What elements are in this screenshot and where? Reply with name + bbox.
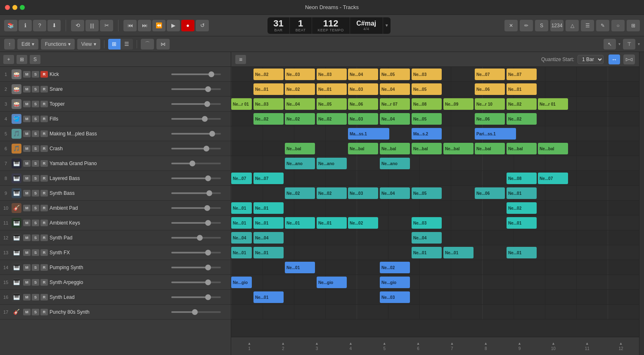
solo-btn[interactable]: S: [32, 220, 39, 226]
s-btn[interactable]: S: [535, 20, 548, 31]
scroll-up-arrow[interactable]: ▲: [518, 341, 521, 346]
clip[interactable]: Ma...s.2: [412, 128, 442, 140]
clip[interactable]: Ne...07: [538, 173, 568, 184]
clip[interactable]: Ne...05: [317, 98, 347, 110]
clip[interactable]: Ne...07: [231, 173, 252, 184]
clip[interactable]: Ne...bal: [348, 143, 378, 154]
track-volume[interactable]: [171, 73, 229, 75]
mute-btn[interactable]: M: [23, 175, 31, 182]
record-arm-btn[interactable]: R: [40, 145, 48, 152]
solo-btn[interactable]: S: [32, 175, 39, 182]
clip[interactable]: Ne...02: [507, 202, 537, 214]
view-menu[interactable]: View ▾: [77, 39, 100, 50]
clip[interactable]: Ma...ss.1: [348, 128, 389, 140]
grid-view-btn[interactable]: ⊞: [108, 39, 121, 50]
track-volume[interactable]: [171, 192, 229, 194]
record-arm-btn[interactable]: R: [40, 190, 48, 196]
mute-btn[interactable]: M: [23, 160, 31, 167]
fast-forward-btn[interactable]: ⏭: [138, 20, 151, 31]
clip[interactable]: Ne...bal: [443, 143, 474, 154]
list-btn[interactable]: ☰: [581, 20, 594, 31]
solo-btn[interactable]: S: [32, 130, 39, 137]
clip[interactable]: Ne...08: [412, 98, 442, 110]
track-volume[interactable]: [171, 282, 229, 283]
volume-knob[interactable]: [204, 101, 210, 107]
key-display[interactable]: C#maj 4/4: [350, 17, 383, 34]
volume-slider-track[interactable]: [171, 252, 221, 253]
track-volume[interactable]: [171, 222, 229, 224]
scroll-up-arrow[interactable]: ▲: [417, 341, 420, 346]
volume-slider-track[interactable]: [171, 163, 221, 164]
record-arm-btn[interactable]: R: [40, 264, 48, 271]
scroll-up-arrow[interactable]: ▲: [552, 341, 555, 346]
clip[interactable]: Ne...01: [507, 217, 537, 229]
editor-btn[interactable]: ✎: [596, 20, 609, 31]
track-volume[interactable]: [171, 88, 229, 90]
volume-knob[interactable]: [202, 116, 208, 122]
volume-knob[interactable]: [205, 86, 211, 92]
volume-slider-track[interactable]: [171, 282, 221, 283]
expand-btn[interactable]: ▷◁: [623, 54, 635, 64]
clip[interactable]: Ne...02: [253, 69, 284, 80]
clip[interactable]: Ne...01: [443, 247, 474, 258]
scroll-up-arrow[interactable]: ▲: [383, 341, 386, 346]
clip[interactable]: Ne...bal: [507, 143, 537, 154]
add-inst-btn[interactable]: ⊞: [17, 55, 27, 64]
volume-knob[interactable]: [206, 190, 212, 196]
clip[interactable]: Ne...r 07: [380, 98, 410, 110]
clip[interactable]: Pari...ss.1: [475, 128, 516, 140]
clip[interactable]: Ne...03: [412, 69, 442, 80]
clip[interactable]: Ne...03: [253, 98, 284, 110]
clip[interactable]: Ne...02: [380, 262, 410, 273]
clip[interactable]: Ne...02: [317, 113, 347, 125]
clip[interactable]: Ne...01: [253, 247, 284, 258]
volume-slider-track[interactable]: [171, 118, 221, 120]
library-btn[interactable]: 📚: [4, 20, 17, 31]
play-btn[interactable]: ▶: [167, 20, 180, 31]
settings-btn[interactable]: S: [30, 55, 40, 64]
volume-knob[interactable]: [205, 279, 211, 285]
mute-btn[interactable]: M: [23, 279, 31, 286]
clip[interactable]: Ne...01: [231, 202, 252, 214]
track-volume[interactable]: [171, 163, 229, 164]
bounce-btn[interactable]: ⬇: [47, 20, 61, 31]
clip[interactable]: Ne...01: [285, 262, 315, 273]
clip[interactable]: Ne...ano: [380, 158, 410, 169]
mute-btn[interactable]: M: [23, 116, 31, 122]
close-button[interactable]: [5, 5, 10, 10]
cycle-btn[interactable]: ↺: [196, 20, 209, 31]
track-volume[interactable]: [171, 311, 229, 313]
solo-btn[interactable]: S: [32, 234, 39, 241]
minimize-button[interactable]: [12, 5, 17, 10]
clip[interactable]: Ne...03: [412, 217, 442, 229]
scroll-up-arrow[interactable]: ▲: [450, 341, 454, 346]
mute-btn[interactable]: M: [23, 294, 31, 301]
volume-slider-track[interactable]: [171, 133, 221, 135]
solo-btn[interactable]: S: [32, 309, 39, 315]
list-view-btn[interactable]: ☰: [121, 39, 133, 50]
clip[interactable]: Ne...02: [507, 113, 537, 125]
track-volume[interactable]: [171, 237, 229, 239]
record-arm-btn[interactable]: R: [40, 220, 48, 226]
track-volume[interactable]: [171, 118, 229, 120]
tempo-display[interactable]: 112 KEEP TEMPO: [312, 17, 350, 34]
volume-knob[interactable]: [205, 294, 211, 300]
clip[interactable]: Ne...01: [317, 217, 347, 229]
volume-slider-track[interactable]: [171, 88, 221, 90]
clip[interactable]: Ne...gio: [317, 277, 347, 288]
clip[interactable]: Ne...03: [317, 69, 347, 80]
scissors-btn[interactable]: ✂: [100, 20, 113, 31]
clip[interactable]: Ne...01: [317, 83, 347, 95]
solo-btn[interactable]: S: [32, 190, 39, 196]
solo-btn[interactable]: S: [32, 86, 39, 92]
record-arm-btn[interactable]: R: [40, 71, 48, 78]
volume-knob[interactable]: [192, 309, 198, 315]
record-arm-btn[interactable]: R: [40, 130, 48, 137]
solo-btn[interactable]: S: [32, 279, 39, 286]
midi-btn[interactable]: ⊞: [627, 20, 640, 31]
vertical-scrollbar[interactable]: [639, 52, 644, 355]
mute-btn[interactable]: M: [23, 130, 31, 137]
marquee-tool[interactable]: ⊤: [623, 39, 635, 50]
track-volume[interactable]: [171, 178, 229, 179]
clip[interactable]: Ne...04: [380, 83, 410, 95]
